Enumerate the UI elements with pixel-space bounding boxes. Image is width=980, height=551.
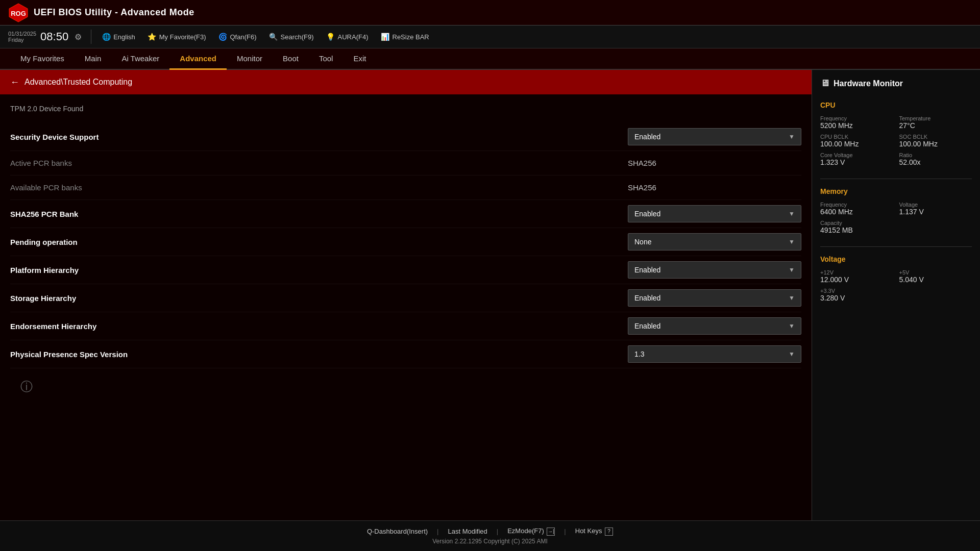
voltage-3v3-value: 3.280 V [820,294,893,302]
breadcrumb-text: Advanced\Trusted Computing [24,78,132,87]
core-voltage-item: Core Voltage 1.323 V [820,152,893,166]
logo-area: ROG UEFI BIOS Utility - Advanced Mode [8,3,194,23]
setting-row-platform-hierarchy: Platform Hierarchy Enabled ▼ [10,256,801,284]
nav-item-monitor[interactable]: Monitor [227,48,273,70]
monitor-icon: 🖥 [820,78,829,89]
voltage-5v-item: +5V 5.040 V [899,269,972,284]
core-voltage-label: Core Voltage [820,152,893,158]
hotkeys-icon: ? [605,528,613,536]
footer-btn-qdashboard[interactable]: Q-Dashboard(Insert) [359,528,436,535]
dropdown-endorsement-hierarchy[interactable]: Enabled ▼ [628,317,801,335]
cpu-temperature-label: Temperature [899,115,972,121]
chevron-down-icon-sha256: ▼ [789,210,795,217]
setting-row-pending-operation: Pending operation None ▼ [10,228,801,256]
setting-row-sha256-pcr-bank: SHA256 PCR Bank Enabled ▼ [10,200,801,228]
toolbar-search[interactable]: 🔍 Search(F9) [264,30,319,43]
cpu-bclk-value: 100.00 MHz [820,140,893,148]
time-display: 08:50 [40,31,68,42]
settings-icon[interactable]: ⚙ [70,29,86,44]
toolbar-aura[interactable]: 💡 AURA(F4) [321,30,374,43]
voltage-12v-item: +12V 12.000 V [820,269,893,284]
content-area: ← Advanced\Trusted Computing TPM 2.0 Dev… [0,70,980,520]
breadcrumb-back-button[interactable]: ← [10,77,19,88]
memory-stats-grid: Frequency 6400 MHz Voltage 1.137 V Capac… [820,202,972,234]
voltage-stats-grid: +12V 12.000 V +5V 5.040 V +3.3V 3.280 V [820,269,972,302]
dropdown-pending-operation[interactable]: None ▼ [628,233,801,251]
cpu-frequency-item: Frequency 5200 MHz [820,115,893,130]
toolbar-language[interactable]: 🌐 English [96,30,140,43]
voltage-12v-label: +12V [820,269,893,276]
nav-item-tool[interactable]: Tool [309,48,344,70]
footer-btn-ezmode[interactable]: EzMode(F7) →| [499,527,563,536]
voltage-5v-label: +5V [899,269,972,276]
memory-frequency-item: Frequency 6400 MHz [820,202,893,216]
toolbar-search-label: Search(F9) [281,33,314,41]
cpu-bclk-label: CPU BCLK [820,134,893,140]
fan-icon: 🌀 [218,32,228,41]
search-icon: 🔍 [269,32,278,41]
nav-item-main[interactable]: Main [75,48,112,70]
soc-bclk-item: SOC BCLK 100.00 MHz [899,134,972,148]
memory-section-title: Memory [820,187,972,195]
label-active-pcr-banks: Active PCR banks [10,159,628,167]
cpu-ratio-value: 52.00x [899,158,972,166]
cpu-ratio-label: Ratio [899,152,972,158]
cpu-temperature-item: Temperature 27°C [899,115,972,130]
footer-btn-last-modified[interactable]: Last Modified [439,528,495,535]
hw-monitor-title: 🖥 Hardware Monitor [820,78,972,89]
svg-text:ROG: ROG [11,10,26,17]
nav-item-exit[interactable]: Exit [343,48,376,70]
cpu-frequency-label: Frequency [820,115,893,121]
label-sha256-pcr-bank: SHA256 PCR Bank [10,210,628,218]
app-title: UEFI BIOS Utility - Advanced Mode [34,7,194,18]
toolbar-qfan[interactable]: 🌀 Qfan(F6) [213,30,262,43]
value-active-pcr-banks: SHA256 [628,159,801,167]
chevron-down-icon-physical: ▼ [789,350,795,358]
memory-voltage-value: 1.137 V [899,208,972,216]
resize-bar-icon: 📊 [381,32,390,41]
divider-memory-voltage [820,246,972,247]
memory-voltage-label: Voltage [899,202,972,208]
toolbar-resize-bar-label: ReSize BAR [393,33,429,41]
info-circle-icon: ⓘ [20,380,33,393]
dropdown-physical-presence[interactable]: 1.3 ▼ [628,345,801,363]
memory-capacity-value: 49152 MB [820,226,893,234]
footer: Q-Dashboard(Insert) | Last Modified | Ez… [0,520,980,551]
setting-row-endorsement-hierarchy: Endorsement Hierarchy Enabled ▼ [10,312,801,340]
date-line1: 01/31/2025 [8,31,36,37]
dropdown-security-device-support[interactable]: Enabled ▼ [628,128,801,145]
star-icon: ⭐ [148,32,157,41]
core-voltage-value: 1.323 V [820,158,893,166]
toolbar-separator-1 [91,30,91,44]
toolbar-aura-label: AURA(F4) [338,33,369,41]
cpu-ratio-item: Ratio 52.00x [899,152,972,166]
label-security-device-support: Security Device Support [10,133,628,141]
dropdown-storage-hierarchy[interactable]: Enabled ▼ [628,289,801,307]
voltage-12v-value: 12.000 V [820,276,893,284]
dropdown-platform-hierarchy[interactable]: Enabled ▼ [628,261,801,279]
date-line2: Friday [8,37,24,43]
voltage-3v3-label: +3.3V [820,288,893,294]
memory-capacity-label: Capacity [820,220,893,226]
dropdown-sha256-pcr-bank[interactable]: Enabled ▼ [628,205,801,222]
toolbar-my-favorite[interactable]: ⭐ My Favorite(F3) [142,30,211,43]
main-container: ROG UEFI BIOS Utility - Advanced Mode 01… [0,0,980,551]
nav-item-boot[interactable]: Boot [273,48,309,70]
setting-row-security-device-support: Security Device Support Enabled ▼ [10,123,801,151]
voltage-3v3-item: +3.3V 3.280 V [820,288,893,302]
footer-btn-hotkeys[interactable]: Hot Keys ? [567,527,621,536]
nav-item-ai-tweaker[interactable]: Ai Tweaker [111,48,169,70]
nav-item-advanced[interactable]: Advanced [169,48,227,70]
nav-item-my-favorites[interactable]: My Favorites [10,48,75,70]
value-available-pcr-banks: SHA256 [628,183,801,192]
tpm-info-text: TPM 2.0 Device Found [10,103,801,115]
cpu-bclk-item: CPU BCLK 100.00 MHz [820,134,893,148]
footer-buttons: Q-Dashboard(Insert) | Last Modified | Ez… [359,527,621,536]
datetime-area: 01/31/2025 Friday [8,31,36,43]
cpu-stats-grid: Frequency 5200 MHz Temperature 27°C CPU … [820,115,972,166]
memory-frequency-value: 6400 MHz [820,208,893,216]
soc-bclk-label: SOC BCLK [899,134,972,140]
toolbar-resize-bar[interactable]: 📊 ReSize BAR [376,30,434,43]
chevron-down-icon-storage: ▼ [789,294,795,302]
footer-version: Version 2.22.1295 Copyright (C) 2025 AMI [432,538,547,545]
